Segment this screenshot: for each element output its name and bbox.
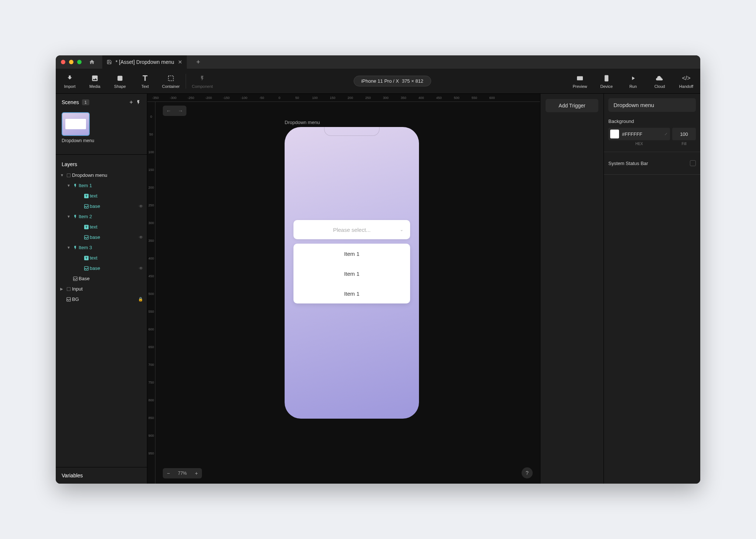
dropdown-trigger[interactable]: Please select... ⌄ xyxy=(293,220,410,239)
text-layer-icon: T xyxy=(83,194,90,198)
layer-base[interactable]: Base xyxy=(56,274,147,284)
chevron-down-icon[interactable]: ▼ xyxy=(67,246,72,250)
layer-item-2-text[interactable]: T text xyxy=(56,222,147,232)
help-button[interactable]: ? xyxy=(522,467,533,478)
scene-thumbnail[interactable]: Dropdown menu xyxy=(62,112,141,144)
add-scene-icon[interactable]: + xyxy=(130,99,133,106)
eyedropper-icon[interactable]: ⟋ xyxy=(664,131,668,137)
status-bar-checkbox[interactable] xyxy=(690,160,696,166)
maximize-window-button[interactable] xyxy=(77,60,82,64)
run-button[interactable]: Run xyxy=(625,74,641,89)
dropdown-item[interactable]: Item 1 xyxy=(293,244,410,264)
left-panel: Scenes 1 + Dropdown menu Layers ▼ Dropdo… xyxy=(56,94,147,484)
status-bar-row: System Status Bar xyxy=(608,156,696,171)
layer-dropdown-menu[interactable]: ▼ Dropdown menu xyxy=(56,170,147,181)
variables-title[interactable]: Variables xyxy=(56,467,147,484)
canvas-body: 0501001502002503003504004505005506006507… xyxy=(147,102,540,484)
canvas[interactable]: ← → Dropdown menu Please select... ⌄ xyxy=(155,102,540,484)
ruler-tick: 450 xyxy=(436,96,441,100)
component-button[interactable]: Component xyxy=(192,74,213,89)
layer-item-1-text[interactable]: T text xyxy=(56,191,147,201)
handoff-icon: </> xyxy=(682,74,690,83)
container-button[interactable]: Container xyxy=(162,74,180,89)
history-nav: ← → xyxy=(163,106,186,116)
visibility-icon[interactable]: 👁 xyxy=(139,204,147,209)
zoom-in-button[interactable]: + xyxy=(191,470,202,476)
device-button[interactable]: Device xyxy=(598,74,615,89)
chevron-down-icon[interactable]: ▼ xyxy=(67,214,72,219)
inspector-divider xyxy=(604,152,700,152)
text-button[interactable]: T Text xyxy=(137,74,153,89)
close-tab-icon[interactable]: ✕ xyxy=(178,59,182,65)
artboard[interactable]: Please select... ⌄ Item 1 Item 1 Item 1 xyxy=(285,127,419,419)
ruler-tick: 400 xyxy=(418,96,424,100)
ruler-tick: 350 xyxy=(401,96,406,100)
home-icon[interactable] xyxy=(89,59,95,65)
device-selector[interactable]: iPhone 11 Pro / X 375 × 812 xyxy=(354,76,431,86)
chevron-down-icon: ⌄ xyxy=(400,227,403,232)
ruler-tick: 500 xyxy=(454,96,459,100)
ruler-tick: 550 xyxy=(471,96,477,100)
fill-input[interactable]: 100 xyxy=(672,128,696,140)
shape-button[interactable]: Shape xyxy=(112,74,128,89)
color-input[interactable]: #FFFFFF ⟋ xyxy=(608,128,670,140)
back-button[interactable]: ← xyxy=(163,106,175,116)
ruler-tick: -350 xyxy=(152,96,159,100)
bolt-icon xyxy=(72,246,79,250)
layer-bg[interactable]: BG 🔒 xyxy=(56,294,147,305)
device-name: iPhone 11 Pro / X xyxy=(361,78,399,84)
artboard-label[interactable]: Dropdown menu xyxy=(285,120,320,125)
tool-group-left: Import Media Shape T Text Container xyxy=(62,74,180,89)
inspector-panel: Dropdown menu Background #FFFFFF ⟋ 100 H… xyxy=(604,94,700,484)
chevron-down-icon[interactable]: ▼ xyxy=(60,173,65,177)
document-tab[interactable]: * [Asset] Dropdown menu ✕ xyxy=(102,55,187,69)
scene-action-icon[interactable] xyxy=(136,100,141,105)
device-notch xyxy=(324,127,379,136)
ruler-tick: 350 xyxy=(148,239,154,243)
layer-item-1-base[interactable]: base 👁 xyxy=(56,201,147,212)
layer-item-2[interactable]: ▼ Item 2 xyxy=(56,212,147,222)
toolbar: Import Media Shape T Text Container Comp… xyxy=(56,69,700,94)
scenes-title: Scenes xyxy=(62,99,79,105)
ruler-tick: 800 xyxy=(148,398,154,402)
dropdown-item[interactable]: Item 1 xyxy=(293,284,410,303)
preview-button[interactable]: Preview xyxy=(572,74,588,89)
visibility-icon[interactable]: 👁 xyxy=(139,266,147,271)
ruler-tick: 200 xyxy=(347,96,353,100)
layer-item-1[interactable]: ▼ Item 1 xyxy=(56,181,147,191)
hex-sublabel: HEX xyxy=(608,142,670,146)
hex-value[interactable]: #FFFFFF xyxy=(622,131,661,137)
layers-section: Layers ▼ Dropdown menu ▼ Item 1 T text xyxy=(56,154,147,467)
zoom-out-button[interactable]: − xyxy=(163,470,174,476)
dropdown-item[interactable]: Item 1 xyxy=(293,264,410,284)
chevron-right-icon[interactable]: ▶ xyxy=(60,287,65,291)
zoom-value[interactable]: 77% xyxy=(174,471,191,476)
add-trigger-button[interactable]: Add Trigger xyxy=(546,99,598,112)
ruler-tick: 200 xyxy=(148,186,154,189)
ruler-tick: 50 xyxy=(149,133,153,136)
lock-icon[interactable]: 🔒 xyxy=(138,297,147,302)
layer-item-3[interactable]: ▼ Item 3 xyxy=(56,243,147,253)
import-button[interactable]: Import xyxy=(62,74,78,89)
color-swatch[interactable] xyxy=(610,130,619,138)
text-layer-icon: T xyxy=(83,256,90,260)
ruler-tick: 250 xyxy=(148,203,154,207)
layer-input[interactable]: ▶ Input xyxy=(56,284,147,294)
ruler-tick: 450 xyxy=(148,274,154,278)
layer-item-3-text[interactable]: T text xyxy=(56,253,147,263)
media-button[interactable]: Media xyxy=(87,74,103,89)
cloud-button[interactable]: Cloud xyxy=(652,74,668,89)
layer-item-2-base[interactable]: base 👁 xyxy=(56,232,147,243)
shape-icon xyxy=(116,74,124,83)
chevron-down-icon[interactable]: ▼ xyxy=(67,183,72,188)
ruler-tick: -150 xyxy=(223,96,230,100)
close-window-button[interactable] xyxy=(61,60,65,64)
add-tab-button[interactable]: + xyxy=(193,58,204,66)
forward-button[interactable]: → xyxy=(175,106,186,116)
layer-item-3-base[interactable]: base 👁 xyxy=(56,263,147,274)
inspector-divider xyxy=(604,174,700,175)
handoff-button[interactable]: </> Handoff xyxy=(678,74,694,89)
visibility-icon[interactable]: 👁 xyxy=(139,235,147,240)
minimize-window-button[interactable] xyxy=(69,60,73,64)
image-layer-icon xyxy=(83,204,90,209)
